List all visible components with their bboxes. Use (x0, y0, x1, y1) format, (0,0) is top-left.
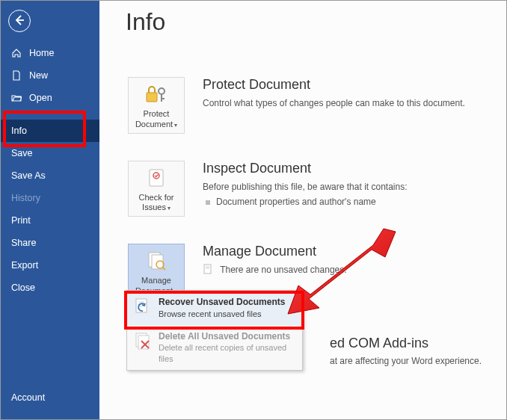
sidebar-item-export[interactable]: Export (1, 254, 99, 277)
sidebar-item-label: Print (11, 215, 31, 226)
section-protect: Protect Document▾ Protect Document Contr… (128, 77, 506, 134)
dropdown-item-text: Recover Unsaved Documents Browse recent … (159, 297, 285, 319)
section-desc: There are no unsaved changes. (203, 264, 347, 277)
back-arrow-icon (13, 14, 25, 28)
sidebar-item-label: New (29, 70, 48, 81)
recover-unsaved-documents-item[interactable]: Recover Unsaved Documents Browse recent … (127, 291, 302, 325)
chevron-down-icon: ▾ (168, 205, 170, 211)
sidebar-item-open[interactable]: Open (1, 87, 99, 109)
sidebar-item-label: Account (11, 392, 45, 403)
backstage-sidebar: Home New Open Info Save Save As History … (1, 1, 99, 419)
back-button[interactable] (8, 10, 31, 32)
sidebar-item-label: Export (11, 260, 38, 271)
svg-point-2 (159, 88, 165, 94)
section-body: Protect Document Control what types of c… (203, 77, 465, 110)
manage-desc-text: There are no unsaved changes. (220, 265, 346, 275)
new-icon (11, 70, 25, 81)
addins-desc-partial: at are affecting your Word experience. (330, 356, 482, 366)
open-icon (11, 93, 25, 103)
sidebar-item-label: Info (11, 126, 27, 136)
section-heading: Manage Document (203, 244, 347, 259)
delete-unsaved-icon (133, 331, 154, 352)
section-heading: Protect Document (203, 77, 465, 93)
inspect-icon (130, 166, 182, 191)
sidebar-item-share[interactable]: Share (1, 232, 99, 254)
tile-label: Check for (138, 193, 173, 202)
section-inspect: Check for Issues▾ Inspect Document Befor… (128, 161, 506, 217)
svg-line-10 (163, 268, 165, 270)
section-body: Manage Document There are no unsaved cha… (203, 244, 347, 277)
svg-rect-1 (147, 93, 157, 102)
bullet-item: Document properties and author's name (203, 197, 408, 207)
dropdown-item-title: Delete All Unsaved Documents (159, 331, 296, 343)
sidebar-nav: Home New Open Info Save Save As History … (1, 42, 99, 299)
sidebar-item-label: History (11, 193, 40, 203)
section-addins-partial: ed COM Add-ins at are affecting your Wor… (330, 336, 482, 366)
sidebar-item-save-as[interactable]: Save As (1, 164, 99, 187)
section-desc: Before publishing this file, be aware th… (203, 181, 408, 194)
page-title: Info (126, 8, 506, 36)
svg-rect-11 (204, 265, 211, 274)
sidebar-item-label: Save As (11, 170, 46, 181)
chevron-down-icon: ▾ (174, 122, 177, 129)
dropdown-item-title: Recover Unsaved Documents (159, 297, 285, 309)
section-heading: Inspect Document (203, 161, 408, 176)
addins-heading-partial: ed COM Add-ins (330, 336, 482, 351)
sidebar-item-label: Close (11, 282, 35, 293)
sidebar-item-close[interactable]: Close (1, 277, 99, 299)
sidebar-item-label: Share (11, 238, 36, 248)
manage-doc-icon (130, 249, 182, 274)
check-for-issues-button[interactable]: Check for Issues▾ (128, 161, 185, 217)
sidebar-item-label: Home (29, 48, 54, 58)
protect-document-button[interactable]: Protect Document▾ (128, 77, 185, 134)
sidebar-item-new[interactable]: New (1, 64, 99, 87)
bullet-text: Document properties and author's name (216, 197, 376, 207)
bullet-icon (206, 200, 210, 205)
sidebar-item-save[interactable]: Save (1, 142, 99, 164)
dropdown-item-sub: Delete all recent copies of unsaved file… (159, 342, 296, 364)
sidebar-item-account[interactable]: Account (1, 386, 99, 409)
delete-all-unsaved-documents-item[interactable]: Delete All Unsaved Documents Delete all … (127, 325, 302, 370)
recover-icon (133, 297, 154, 318)
dropdown-item-sub: Browse recent unsaved files (159, 309, 285, 319)
dropdown-item-text: Delete All Unsaved Documents Delete all … (159, 331, 296, 364)
sidebar-bottom: Account (1, 386, 99, 409)
tile-label: Document (135, 120, 173, 129)
tile-label: Issues (142, 203, 166, 211)
home-icon (11, 48, 25, 58)
manage-document-dropdown: Recover Unsaved Documents Browse recent … (126, 290, 303, 371)
tile-label: Manage (141, 276, 171, 285)
sidebar-item-history: History (1, 187, 99, 209)
sidebar-item-home[interactable]: Home (1, 42, 99, 64)
sidebar-item-print[interactable]: Print (1, 209, 99, 232)
section-desc: Control what types of changes people can… (203, 97, 465, 110)
lock-key-icon (130, 82, 182, 108)
section-body: Inspect Document Before publishing this … (203, 161, 408, 207)
sidebar-item-info[interactable]: Info (1, 120, 99, 142)
sidebar-item-label: Save (11, 148, 33, 158)
doc-icon (203, 264, 213, 274)
sidebar-item-label: Open (29, 93, 52, 103)
tile-label: Protect (144, 109, 170, 118)
